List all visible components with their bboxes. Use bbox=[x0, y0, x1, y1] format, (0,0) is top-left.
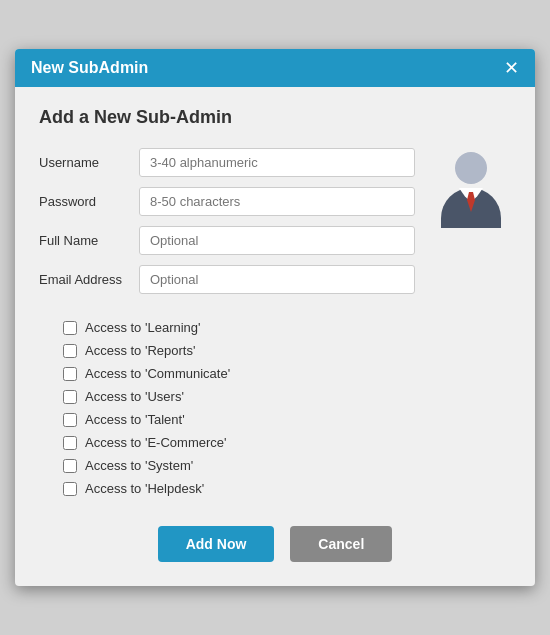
modal-subtitle: Add a New Sub-Admin bbox=[39, 107, 511, 128]
checkbox-chk-system[interactable] bbox=[63, 459, 77, 473]
avatar-body bbox=[441, 188, 501, 228]
button-row: Add Now Cancel bbox=[39, 526, 511, 562]
avatar bbox=[436, 152, 506, 227]
checkbox-row: Access to 'Communicate' bbox=[63, 366, 511, 381]
checkboxes-section: Access to 'Learning'Access to 'Reports'A… bbox=[39, 320, 511, 496]
checkbox-label-chk-reports: Access to 'Reports' bbox=[85, 343, 195, 358]
checkbox-chk-communicate[interactable] bbox=[63, 367, 77, 381]
checkbox-row: Access to 'System' bbox=[63, 458, 511, 473]
checkbox-chk-ecommerce[interactable] bbox=[63, 436, 77, 450]
checkbox-chk-learning[interactable] bbox=[63, 321, 77, 335]
cancel-button[interactable]: Cancel bbox=[290, 526, 392, 562]
checkbox-row: Access to 'Users' bbox=[63, 389, 511, 404]
checkbox-chk-reports[interactable] bbox=[63, 344, 77, 358]
modal-title: New SubAdmin bbox=[31, 59, 148, 77]
username-input[interactable] bbox=[139, 148, 415, 177]
username-row: Username bbox=[39, 148, 415, 177]
checkbox-chk-users[interactable] bbox=[63, 390, 77, 404]
checkbox-row: Access to 'Reports' bbox=[63, 343, 511, 358]
checkbox-label-chk-communicate: Access to 'Communicate' bbox=[85, 366, 230, 381]
checkbox-label-chk-ecommerce: Access to 'E-Commerce' bbox=[85, 435, 227, 450]
avatar-head bbox=[455, 152, 487, 184]
checkbox-label-chk-learning: Access to 'Learning' bbox=[85, 320, 201, 335]
email-input[interactable] bbox=[139, 265, 415, 294]
checkbox-row: Access to 'Helpdesk' bbox=[63, 481, 511, 496]
username-label: Username bbox=[39, 155, 139, 170]
form-content: Username Password Full Name Email Addres… bbox=[39, 148, 511, 304]
email-row: Email Address bbox=[39, 265, 415, 294]
checkbox-label-chk-users: Access to 'Users' bbox=[85, 389, 184, 404]
checkbox-row: Access to 'Learning' bbox=[63, 320, 511, 335]
new-subadmin-modal: New SubAdmin ✕ Add a New Sub-Admin Usern… bbox=[15, 49, 535, 586]
fullname-row: Full Name bbox=[39, 226, 415, 255]
checkbox-row: Access to 'E-Commerce' bbox=[63, 435, 511, 450]
fullname-label: Full Name bbox=[39, 233, 139, 248]
password-row: Password bbox=[39, 187, 415, 216]
password-label: Password bbox=[39, 194, 139, 209]
email-label: Email Address bbox=[39, 272, 139, 287]
modal-header: New SubAdmin ✕ bbox=[15, 49, 535, 87]
checkbox-chk-helpdesk[interactable] bbox=[63, 482, 77, 496]
form-fields: Username Password Full Name Email Addres… bbox=[39, 148, 415, 304]
add-now-button[interactable]: Add Now bbox=[158, 526, 275, 562]
avatar-container bbox=[431, 148, 511, 304]
checkbox-row: Access to 'Talent' bbox=[63, 412, 511, 427]
password-input[interactable] bbox=[139, 187, 415, 216]
checkbox-label-chk-helpdesk: Access to 'Helpdesk' bbox=[85, 481, 204, 496]
fullname-input[interactable] bbox=[139, 226, 415, 255]
checkbox-label-chk-system: Access to 'System' bbox=[85, 458, 193, 473]
modal-body: Add a New Sub-Admin Username Password Fu… bbox=[15, 87, 535, 586]
checkbox-chk-talent[interactable] bbox=[63, 413, 77, 427]
close-button[interactable]: ✕ bbox=[504, 59, 519, 77]
checkbox-label-chk-talent: Access to 'Talent' bbox=[85, 412, 185, 427]
